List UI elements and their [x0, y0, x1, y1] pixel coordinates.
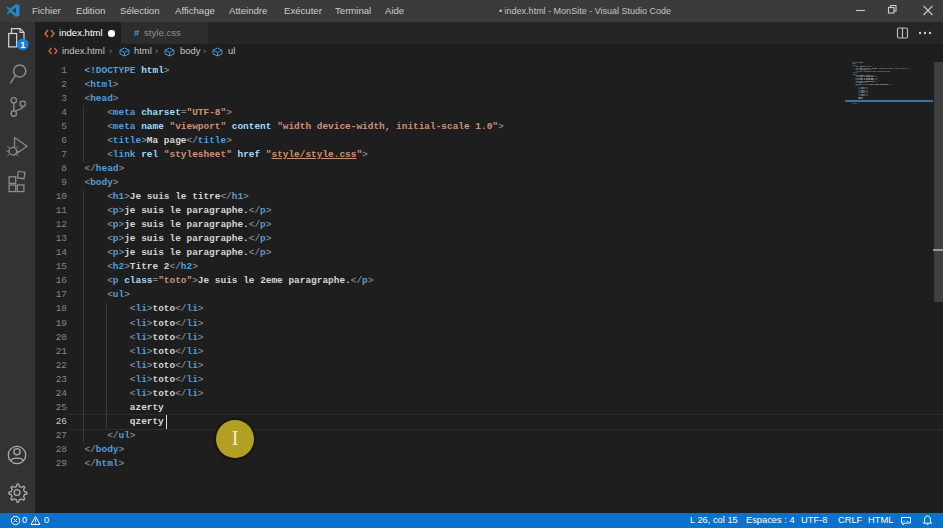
svg-text:1: 1	[21, 40, 26, 50]
